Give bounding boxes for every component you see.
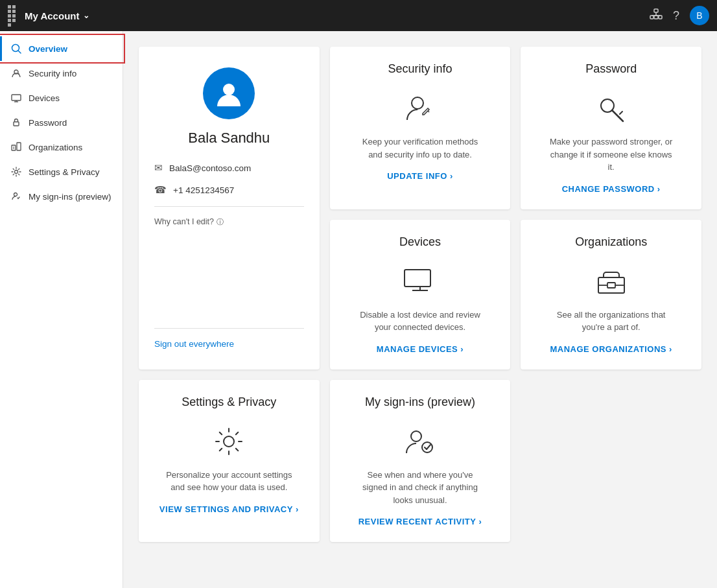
sidebar-item-settings-privacy[interactable]: Settings & Privacy xyxy=(0,159,123,184)
org-icon[interactable] xyxy=(650,8,663,24)
sidebar-label-password: Password xyxy=(29,118,67,128)
svg-line-26 xyxy=(620,112,622,114)
phone-icon: ☎ xyxy=(154,184,167,196)
svg-point-36 xyxy=(422,442,432,453)
profile-card: Bala Sandhu ✉ BalaS@contoso.com ☎ +1 425… xyxy=(139,47,320,370)
organizations-icon xyxy=(10,141,22,153)
profile-avatar xyxy=(203,67,255,119)
devices-card-icon xyxy=(399,265,441,298)
sidebar-label-signins: My sign-ins (preview) xyxy=(29,192,112,202)
organizations-icon-area xyxy=(594,265,628,298)
sidebar-item-devices[interactable]: Devices xyxy=(0,86,123,110)
sidebar-item-password[interactable]: Password xyxy=(0,110,123,135)
profile-info: ✉ BalaS@contoso.com ☎ +1 4251234567 xyxy=(154,162,304,196)
signins-desc: See when and where you've signed in and … xyxy=(355,469,485,507)
devices-icon xyxy=(10,92,22,104)
svg-rect-9 xyxy=(12,95,21,100)
avatar-icon xyxy=(215,79,243,108)
app-grid-icon[interactable] xyxy=(8,5,18,27)
sidebar-item-organizations[interactable]: Organizations xyxy=(0,135,123,159)
devices-icon-area xyxy=(399,265,441,298)
devices-desc: Disable a lost device and review your co… xyxy=(355,309,485,334)
settings-icon-area xyxy=(212,425,246,458)
devices-card: Devices Disable a lost device and review… xyxy=(330,220,511,370)
security-info-title: Security info xyxy=(388,62,452,76)
topnav-actions: ? B xyxy=(650,6,709,25)
sidebar-item-overview[interactable]: Overview xyxy=(0,36,123,61)
svg-rect-27 xyxy=(405,270,430,287)
sidebar-item-signins[interactable]: My sign-ins (preview) xyxy=(0,184,123,209)
password-desc: Make your password stronger, or change i… xyxy=(547,135,676,174)
organizations-title: Organizations xyxy=(575,235,647,249)
svg-rect-12 xyxy=(14,122,19,126)
topnav: My Account ⌄ ? B xyxy=(0,0,717,31)
change-password-link[interactable]: CHANGE PASSWORD › xyxy=(562,184,661,194)
app-title-text: My Account xyxy=(25,10,79,21)
svg-point-18 xyxy=(15,171,18,174)
security-info-card-icon xyxy=(403,91,437,125)
organizations-card: Organizations See all the organizations … xyxy=(521,220,701,370)
svg-point-35 xyxy=(411,431,421,441)
review-activity-link[interactable]: REVIEW RECENT ACTIVITY › xyxy=(358,517,482,526)
security-info-card: Security info Keep your verification met… xyxy=(330,47,511,209)
settings-title: Settings & Privacy xyxy=(182,395,276,409)
svg-line-25 xyxy=(618,116,620,119)
svg-point-19 xyxy=(14,193,18,196)
sidebar-label-organizations: Organizations xyxy=(29,143,82,152)
sign-out-link[interactable]: Sign out everywhere xyxy=(154,339,234,349)
edit-info-icon: ⓘ xyxy=(217,218,224,226)
svg-point-34 xyxy=(224,436,234,447)
password-icon xyxy=(10,117,22,128)
svg-line-22 xyxy=(428,111,429,112)
svg-rect-0 xyxy=(654,9,658,12)
overview-icon xyxy=(10,43,22,54)
sidebar-item-security-info[interactable]: Security info xyxy=(0,61,123,86)
password-card: Password Make your password stronger, or… xyxy=(521,47,701,209)
organizations-card-icon xyxy=(594,265,628,298)
profile-phone: +1 4251234567 xyxy=(173,185,234,195)
profile-name: Bala Sandhu xyxy=(154,130,304,147)
profile-email: BalaS@contoso.com xyxy=(169,163,251,173)
settings-card: Settings & Privacy Personalize your acco… xyxy=(139,380,320,543)
layout: Overview Security info Devices xyxy=(0,31,717,588)
signins-title: My sign-ins (preview) xyxy=(365,395,475,409)
overview-grid: Bala Sandhu ✉ BalaS@contoso.com ☎ +1 425… xyxy=(139,47,701,542)
signins-card: My sign-ins (preview) See when and where… xyxy=(330,380,511,543)
organizations-desc: See all the organizations that you're a … xyxy=(547,309,676,334)
svg-point-20 xyxy=(223,84,235,95)
sidebar-label-settings: Settings & Privacy xyxy=(29,167,100,177)
sidebar-label-overview: Overview xyxy=(29,44,67,54)
view-settings-link[interactable]: VIEW SETTINGS AND PRIVACY › xyxy=(159,504,299,514)
app-title-chevron[interactable]: ⌄ xyxy=(83,11,89,20)
main-content: Bala Sandhu ✉ BalaS@contoso.com ☎ +1 425… xyxy=(123,31,717,588)
signins-icon xyxy=(10,191,22,202)
signins-icon-area xyxy=(403,425,437,458)
security-info-desc: Keep your verification methods and secur… xyxy=(355,135,485,161)
security-info-icon xyxy=(10,67,22,79)
svg-rect-31 xyxy=(607,283,615,288)
password-title: Password xyxy=(585,62,637,76)
profile-phone-row: ☎ +1 4251234567 xyxy=(154,184,304,196)
svg-line-38 xyxy=(427,445,430,449)
sidebar-label-security: Security info xyxy=(29,69,76,78)
sidebar: Overview Security info Devices xyxy=(0,31,123,588)
svg-point-21 xyxy=(412,97,423,109)
svg-rect-14 xyxy=(17,143,21,150)
email-icon: ✉ xyxy=(154,162,163,174)
settings-icon xyxy=(10,166,22,178)
divider-2 xyxy=(154,328,304,329)
update-info-link[interactable]: UPDATE INFO › xyxy=(387,171,453,181)
app-title: My Account ⌄ xyxy=(25,10,643,21)
edit-note: Why can't I edit? ⓘ xyxy=(154,217,224,227)
settings-card-icon xyxy=(212,425,246,458)
password-card-icon xyxy=(594,91,628,125)
svg-rect-13 xyxy=(12,145,16,150)
manage-devices-link[interactable]: MANAGE DEVICES › xyxy=(377,344,464,354)
profile-email-row: ✉ BalaS@contoso.com xyxy=(154,162,304,174)
sidebar-label-devices: Devices xyxy=(29,93,60,103)
help-icon[interactable]: ? xyxy=(673,9,679,23)
manage-organizations-link[interactable]: MANAGE ORGANIZATIONS › xyxy=(550,344,672,354)
user-avatar[interactable]: B xyxy=(690,6,709,25)
signins-card-icon xyxy=(403,425,437,458)
password-icon-area xyxy=(594,91,628,125)
